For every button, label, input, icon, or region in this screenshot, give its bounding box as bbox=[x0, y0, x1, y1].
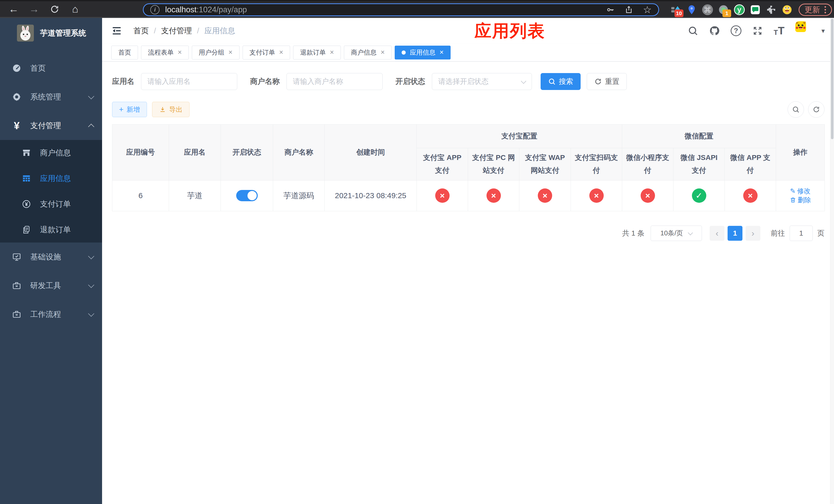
search-icon[interactable] bbox=[687, 25, 698, 36]
shop-icon bbox=[21, 148, 32, 157]
col-header-alipay-app: 支付宝 APP 支付 bbox=[417, 148, 468, 181]
status-wechat-jsapi: ✓ bbox=[692, 188, 706, 203]
address-bar[interactable]: i localhost:1024/pay/app ☆ bbox=[143, 3, 659, 16]
scrollbar-thumb[interactable] bbox=[831, 19, 833, 139]
show-search-toggle-button[interactable] bbox=[788, 101, 804, 118]
sidebar-item-home[interactable]: 首页 bbox=[0, 54, 102, 83]
extension-chat-icon[interactable] bbox=[749, 4, 761, 16]
close-icon[interactable]: × bbox=[279, 49, 283, 56]
delete-link[interactable]: 删除 bbox=[790, 196, 811, 205]
goto-page-input[interactable] bbox=[790, 226, 813, 241]
sidebar-collapse-button[interactable] bbox=[111, 25, 122, 36]
export-button[interactable]: 导出 bbox=[152, 102, 190, 117]
breadcrumb-payment[interactable]: 支付管理 bbox=[161, 26, 192, 36]
cell-enabled bbox=[221, 180, 273, 211]
extension-y-icon[interactable]: y bbox=[733, 4, 745, 16]
chevron-down-icon bbox=[88, 282, 94, 288]
col-header-alipay-pc: 支付宝 PC 网站支付 bbox=[468, 148, 519, 181]
close-icon[interactable]: × bbox=[228, 49, 233, 56]
reset-button[interactable]: 重置 bbox=[587, 73, 627, 90]
screen: ← → ⌂ i localhost:1024/pay/app ☆ 10 bbox=[0, 0, 834, 504]
share-icon[interactable] bbox=[624, 5, 633, 14]
download-icon bbox=[159, 106, 166, 113]
close-icon[interactable]: × bbox=[440, 49, 444, 56]
tab-process-form[interactable]: 流程表单× bbox=[141, 46, 189, 60]
password-key-icon[interactable] bbox=[606, 5, 615, 14]
app-name-input[interactable] bbox=[141, 73, 237, 90]
merchant-name-input[interactable] bbox=[286, 73, 382, 90]
document-copy-icon bbox=[21, 225, 32, 234]
browser-forward-button[interactable]: → bbox=[27, 2, 41, 16]
tab-refund-order[interactable]: 退款订单× bbox=[293, 46, 341, 60]
sidebar-item-system-management[interactable]: 系统管理 bbox=[0, 83, 102, 111]
payment-submenu: 商户信息 应用信息 支付订单 退款订单 bbox=[0, 140, 102, 243]
tab-pay-order[interactable]: 支付订单× bbox=[243, 46, 290, 60]
dashboard-icon bbox=[11, 64, 23, 73]
user-avatar[interactable] bbox=[795, 21, 814, 40]
close-icon[interactable]: × bbox=[178, 49, 182, 56]
app-name-label: 应用名 bbox=[112, 76, 134, 87]
fullscreen-icon[interactable] bbox=[752, 25, 763, 36]
search-button[interactable]: 搜索 bbox=[541, 73, 580, 90]
extension-command-icon[interactable]: ⌘ bbox=[702, 4, 713, 16]
browser-back-button[interactable]: ← bbox=[7, 2, 21, 16]
tab-user-group[interactable]: 用户分组× bbox=[192, 46, 240, 60]
close-icon[interactable]: × bbox=[380, 49, 385, 56]
page-size-select[interactable]: 10条/页 bbox=[651, 226, 702, 241]
extension-sketch-icon[interactable]: 10 bbox=[670, 4, 681, 16]
page-1-button[interactable]: 1 bbox=[728, 226, 743, 241]
profile-emoji-icon[interactable] bbox=[781, 4, 793, 16]
sidebar-item-label: 工作流程 bbox=[30, 309, 61, 320]
table-row: 6 芋道 芋道源码 2021-10-23 08:49:25 × × × × × … bbox=[112, 180, 825, 211]
sidebar-item-payment-management[interactable]: ¥ 支付管理 bbox=[0, 111, 102, 140]
refresh-table-button[interactable] bbox=[808, 101, 825, 118]
extensions-puzzle-icon[interactable] bbox=[765, 4, 777, 16]
github-icon[interactable] bbox=[709, 25, 720, 36]
browser-menu-icon[interactable] bbox=[825, 6, 826, 13]
close-icon[interactable]: × bbox=[330, 49, 334, 56]
site-info-icon[interactable]: i bbox=[150, 5, 159, 14]
vertical-scrollbar[interactable] bbox=[830, 18, 834, 504]
url-path: :1024/pay/app bbox=[196, 5, 247, 14]
edit-link[interactable]: ✎修改 bbox=[790, 187, 811, 196]
browser-update-button[interactable]: 更新 bbox=[798, 4, 832, 16]
tab-home[interactable]: 首页 bbox=[111, 46, 138, 60]
sidebar-item-dev-tools[interactable]: 研发工具 bbox=[0, 271, 102, 300]
status-alipay-qr: × bbox=[589, 188, 604, 203]
cell-app-id: 6 bbox=[112, 180, 169, 211]
help-icon[interactable]: ? bbox=[731, 25, 741, 36]
font-size-icon[interactable]: TT bbox=[774, 25, 785, 36]
browser-home-button[interactable]: ⌂ bbox=[68, 2, 82, 16]
col-header-wechat-jsapi: 微信 JSAPI 支付 bbox=[674, 148, 725, 181]
col-header-merchant: 商户名称 bbox=[273, 124, 325, 181]
tab-merchant-info[interactable]: 商户信息× bbox=[344, 46, 392, 60]
tab-app-info[interactable]: 应用信息× bbox=[395, 46, 451, 60]
page-unit-label: 页 bbox=[817, 228, 825, 238]
bookmark-star-icon[interactable]: ☆ bbox=[643, 5, 652, 15]
sidebar-item-label: 基础设施 bbox=[30, 252, 61, 262]
sidebar-item-merchant-info[interactable]: 商户信息 bbox=[0, 140, 102, 166]
sidebar-item-workflow[interactable]: 工作流程 bbox=[0, 300, 102, 329]
extension-badge: 10 bbox=[675, 9, 683, 17]
extension-recorder-icon[interactable]: 1 bbox=[718, 4, 729, 16]
avatar-caret-icon[interactable]: ▾ bbox=[821, 27, 825, 35]
extension-pin-icon[interactable] bbox=[686, 4, 697, 16]
extensions-area: 10 ⌘ 1 y 更新 bbox=[670, 1, 832, 18]
main-content: 应用名 商户名称 开启状态 请选择开启状态 搜索 重置 + 新增 bbox=[102, 62, 834, 504]
sidebar-item-infrastructure[interactable]: 基础设施 bbox=[0, 243, 102, 271]
breadcrumb-home[interactable]: 首页 bbox=[133, 26, 149, 36]
sidebar-item-refund-order[interactable]: 退款订单 bbox=[0, 217, 102, 243]
browser-reload-button[interactable] bbox=[48, 2, 62, 16]
sidebar-item-pay-order[interactable]: 支付订单 bbox=[0, 191, 102, 217]
sidebar-item-app-info[interactable]: 应用信息 bbox=[0, 166, 102, 191]
col-header-create-time: 创建时间 bbox=[325, 124, 417, 181]
chevron-down-icon bbox=[88, 93, 94, 99]
next-page-button[interactable]: › bbox=[746, 226, 761, 241]
add-button[interactable]: + 新增 bbox=[112, 102, 147, 117]
chevron-down-icon bbox=[88, 311, 94, 317]
cell-operations: ✎修改删除 bbox=[776, 180, 825, 211]
status-select[interactable]: 请选择开启状态 bbox=[432, 73, 532, 90]
prev-page-button[interactable]: ‹ bbox=[710, 226, 724, 241]
merchant-name-label: 商户名称 bbox=[250, 76, 280, 87]
enabled-switch[interactable] bbox=[236, 190, 258, 201]
